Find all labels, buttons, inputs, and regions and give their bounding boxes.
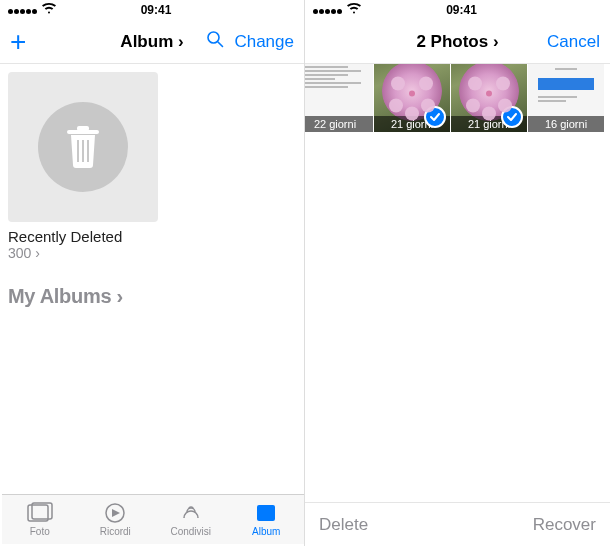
nav-title: 2 Photos › bbox=[416, 32, 498, 52]
albums-content: Recently Deleted 300 › My Albums › bbox=[0, 64, 304, 546]
svg-line-1 bbox=[218, 42, 223, 47]
wifi-icon bbox=[42, 3, 56, 17]
cancel-button[interactable]: Cancel bbox=[547, 32, 600, 52]
tab-bar: Foto Ricordi Condivisi Album bbox=[2, 494, 304, 544]
photo-grid: 22 giorni21 giorni21 giorni16 giorni bbox=[305, 64, 610, 502]
nav-bar: + Album › Change bbox=[0, 20, 304, 64]
svg-point-0 bbox=[208, 32, 219, 43]
selection-toolbar: Delete Recover bbox=[305, 502, 610, 546]
photo-cell[interactable]: 21 giorni bbox=[451, 64, 527, 132]
photo-cell[interactable]: 16 giorni bbox=[528, 64, 604, 132]
tab-shared[interactable]: Condivisi bbox=[153, 495, 229, 544]
svg-rect-5 bbox=[82, 140, 84, 162]
days-label: 16 giorni bbox=[528, 116, 604, 132]
tab-albums[interactable]: Album bbox=[229, 495, 305, 544]
svg-rect-4 bbox=[77, 140, 79, 162]
status-time: 09:41 bbox=[446, 3, 477, 17]
signal-dots-icon bbox=[8, 3, 38, 17]
photo-cell[interactable]: 21 giorni bbox=[374, 64, 450, 132]
add-button[interactable]: + bbox=[10, 28, 26, 56]
svg-rect-6 bbox=[87, 140, 89, 162]
days-label: 22 giorni bbox=[305, 116, 373, 132]
trash-icon bbox=[38, 102, 128, 192]
signal-dots-icon bbox=[313, 3, 343, 17]
photo-cell[interactable]: 22 giorni bbox=[305, 64, 373, 132]
album-count: 300 › bbox=[8, 245, 296, 261]
selected-check-icon bbox=[501, 106, 523, 128]
phone-recently-deleted: 09:41 2 Photos › Cancel 22 giorni21 gior… bbox=[305, 0, 610, 546]
wifi-icon bbox=[347, 3, 361, 17]
status-bar: 09:41 bbox=[305, 0, 610, 20]
selected-check-icon bbox=[424, 106, 446, 128]
phone-albums: 09:41 + Album › Change Recently Deleted bbox=[0, 0, 305, 546]
status-bar: 09:41 bbox=[0, 0, 304, 20]
nav-title[interactable]: Album › bbox=[120, 32, 183, 52]
edit-button[interactable]: Change bbox=[234, 32, 294, 52]
svg-rect-10 bbox=[257, 505, 275, 521]
status-time: 09:41 bbox=[141, 3, 172, 17]
album-cell[interactable]: Recently Deleted 300 › bbox=[8, 72, 296, 261]
my-albums-header[interactable]: My Albums › bbox=[8, 285, 296, 308]
nav-bar: 2 Photos › Cancel bbox=[305, 20, 610, 64]
svg-rect-3 bbox=[77, 126, 89, 131]
tab-memories[interactable]: Ricordi bbox=[78, 495, 154, 544]
search-icon[interactable] bbox=[206, 30, 224, 53]
delete-button[interactable]: Delete bbox=[319, 515, 368, 535]
album-name: Recently Deleted bbox=[8, 228, 296, 245]
album-thumbnail bbox=[8, 72, 158, 222]
tab-photos[interactable]: Foto bbox=[2, 495, 78, 544]
recover-button[interactable]: Recover bbox=[533, 515, 596, 535]
